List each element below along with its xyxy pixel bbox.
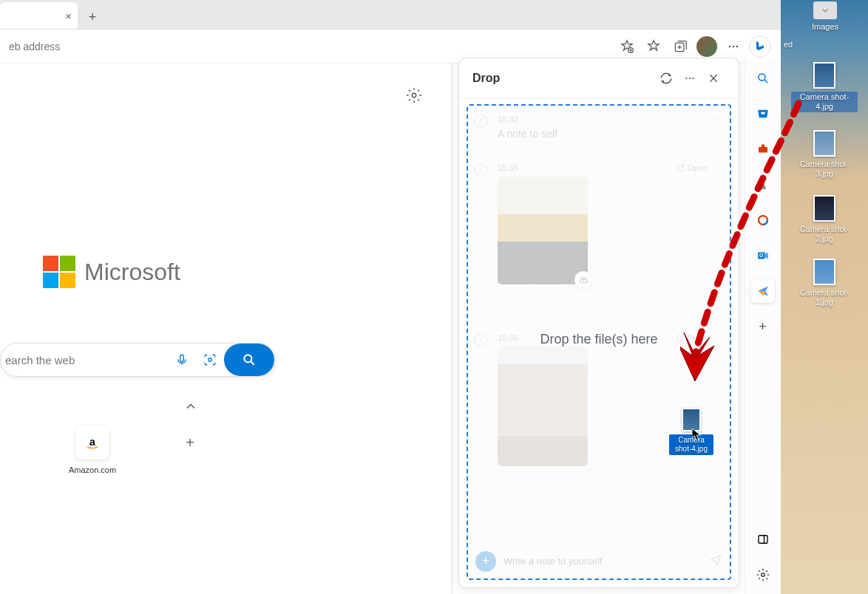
search-box[interactable]: [0, 343, 276, 377]
message-text: A note to self: [498, 128, 724, 140]
tab-bar: × +: [0, 0, 781, 30]
message-image[interactable]: [498, 346, 588, 466]
desktop-file[interactable]: Camera shot-4.jpg: [791, 62, 858, 112]
message-time: 15:33: [498, 115, 518, 123]
brand-text: Microsoft: [84, 259, 180, 286]
address-bar[interactable]: [7, 35, 207, 58]
microsoft-logo: Microsoft: [43, 256, 180, 288]
quick-links: a Amazon.com +: [70, 426, 212, 474]
drop-panel: Drop J 15:33 ···: [458, 58, 739, 588]
add-favorite-icon[interactable]: [614, 33, 640, 60]
page-settings-icon[interactable]: [406, 87, 422, 106]
send-icon[interactable]: [709, 553, 722, 570]
sidebar-office-icon[interactable]: [751, 208, 775, 232]
quicklink-label: Amazon.com: [69, 465, 116, 474]
avatar-icon: J: [474, 115, 487, 128]
sidebar-hide-icon[interactable]: [751, 528, 775, 551]
panel-more-icon[interactable]: [678, 66, 702, 90]
drop-title: Drop: [472, 72, 500, 85]
browser-tab[interactable]: ×: [0, 2, 78, 29]
sidebar-drop-icon[interactable]: [751, 279, 775, 303]
sidebar-outlook-icon[interactable]: O: [751, 244, 775, 267]
add-attachment-button[interactable]: +: [475, 551, 496, 572]
favorites-icon[interactable]: [640, 33, 667, 60]
svg-point-3: [733, 45, 735, 47]
bing-chat-icon[interactable]: [747, 33, 773, 60]
open-link[interactable]: Open: [677, 163, 708, 172]
svg-point-4: [736, 45, 739, 47]
svg-text:a: a: [89, 436, 95, 448]
cursor-icon: [692, 429, 702, 442]
file-label: Camera shot-4.jpg: [791, 92, 858, 112]
sidebar-add-icon[interactable]: +: [751, 315, 775, 338]
sidebar-search-icon[interactable]: [751, 66, 775, 90]
message-more-icon[interactable]: ···: [715, 163, 724, 172]
sidebar-shopping-icon[interactable]: [751, 102, 775, 126]
svg-point-8: [244, 355, 251, 362]
sidebar-settings-icon[interactable]: [751, 563, 775, 587]
close-tab-icon[interactable]: ×: [65, 10, 72, 22]
new-tab-button[interactable]: +: [81, 5, 104, 29]
drop-message: J 15:33 ··· A note to self: [468, 106, 730, 140]
drop-zone[interactable]: J 15:33 ··· A note to self J 15:35: [467, 104, 731, 580]
refresh-icon[interactable]: [654, 66, 678, 90]
desktop-file[interactable]: Camera shot-1.jpg: [791, 259, 858, 307]
file-label: Camera shot-1.jpg: [791, 288, 858, 307]
sidebar-games-icon[interactable]: [751, 173, 775, 197]
svg-point-20: [761, 573, 764, 577]
svg-point-5: [412, 93, 416, 98]
close-panel-icon[interactable]: [702, 66, 725, 90]
message-image[interactable]: [498, 177, 588, 284]
profile-avatar[interactable]: [694, 33, 720, 60]
desktop[interactable]: Images ed Camera shot-4.jpg Camera shot-…: [781, 0, 868, 594]
sidebar-tools-icon[interactable]: [751, 137, 775, 161]
truncated-label: ed: [784, 40, 793, 50]
message-time: 15:35: [498, 163, 518, 172]
svg-point-13: [759, 74, 765, 81]
search-button[interactable]: [224, 344, 274, 376]
avatar-icon: J: [474, 163, 487, 177]
drag-ghost: Camera shot-4.jpg: [669, 408, 713, 455]
drop-hint-text: Drop the file(s) here: [468, 332, 730, 347]
drag-label: Camera shot-4.jpg: [669, 434, 713, 455]
more-icon[interactable]: [720, 33, 747, 60]
collections-icon[interactable]: [667, 33, 694, 60]
compose-row: +: [468, 543, 730, 578]
svg-point-7: [208, 358, 212, 362]
desktop-file[interactable]: Camera shot-3.jpg: [791, 130, 858, 179]
svg-rect-19: [759, 536, 767, 544]
voice-search-icon[interactable]: [168, 353, 196, 366]
drop-message: J 15:35 Open ···: [468, 154, 730, 284]
svg-rect-6: [180, 355, 184, 361]
svg-point-12: [692, 77, 694, 78]
cloud-upload-icon: [574, 271, 592, 289]
svg-point-2: [729, 45, 731, 47]
message-more-icon[interactable]: ···: [715, 115, 724, 123]
svg-text:O: O: [759, 253, 763, 258]
desktop-folder[interactable]: Images: [803, 1, 847, 32]
folder-label: Images: [803, 22, 847, 32]
compose-input[interactable]: [496, 556, 709, 567]
visual-search-icon[interactable]: [196, 353, 224, 366]
chevron-up-icon[interactable]: [183, 399, 198, 417]
new-tab-page: Microsoft a Amazon.com: [0, 64, 452, 594]
search-input[interactable]: [1, 354, 168, 366]
file-label: Camera shot-3.jpg: [791, 160, 858, 179]
edge-sidebar: O +: [745, 58, 780, 594]
add-quicklink-button[interactable]: +: [168, 426, 212, 474]
svg-point-11: [689, 77, 691, 78]
svg-point-10: [685, 77, 687, 78]
svg-rect-14: [759, 147, 767, 153]
quicklink-amazon[interactable]: a Amazon.com: [70, 426, 115, 474]
file-label: Camera shot-2.jpg: [791, 225, 858, 244]
desktop-file[interactable]: Camera shot-2.jpg: [791, 195, 858, 244]
